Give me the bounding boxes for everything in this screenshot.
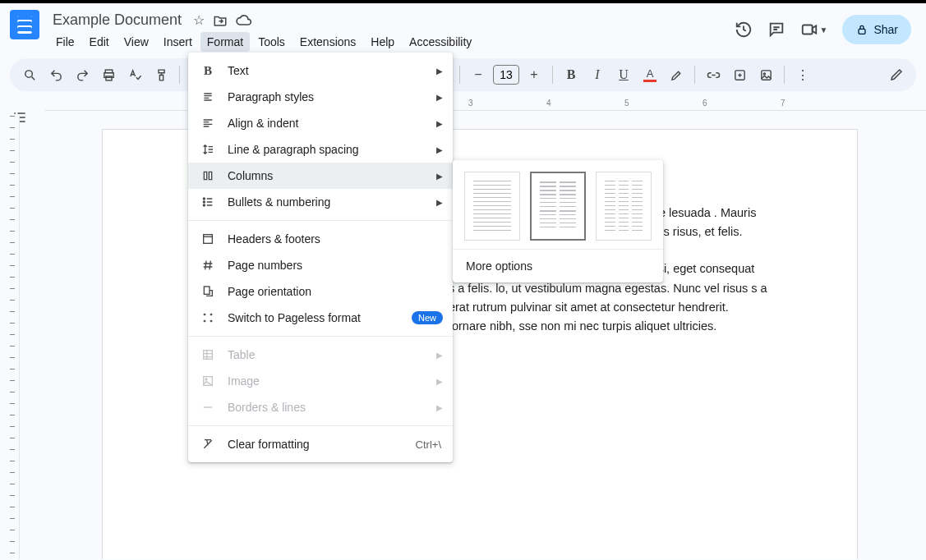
search-menus-icon[interactable] [18, 63, 41, 86]
format-text[interactable]: BText▶ [188, 57, 453, 84]
svg-point-10 [203, 201, 205, 203]
svg-rect-1 [859, 29, 865, 34]
svg-point-16 [205, 379, 207, 380]
hash-icon [200, 257, 216, 273]
spellcheck-icon[interactable] [123, 63, 146, 86]
font-size-input[interactable]: 13 [494, 67, 518, 83]
menu-file[interactable]: File [49, 32, 81, 52]
format-align-indent[interactable]: Align & indent▶ [188, 110, 453, 136]
paragraph-icon [200, 89, 216, 105]
svg-point-11 [203, 204, 205, 206]
format-headers-footers[interactable]: Headers & footers [188, 226, 453, 252]
format-switch-to-pageless-format[interactable]: Switch to Pageless formatNew [188, 305, 453, 331]
borders-icon [200, 399, 216, 415]
bold-icon: B [200, 62, 216, 79]
chevron-right-icon: ▶ [436, 172, 443, 181]
add-comment-button[interactable] [728, 63, 751, 86]
format-line-paragraph-spacing[interactable]: Line & paragraph spacing▶ [188, 136, 453, 163]
chevron-right-icon: ▶ [436, 119, 443, 128]
chevron-right-icon: ▶ [436, 67, 443, 76]
editing-mode-button[interactable] [885, 63, 908, 86]
more-toolbar-icon[interactable]: ⋮ [791, 63, 814, 86]
undo-icon[interactable] [44, 63, 67, 86]
columns-option-3[interactable] [596, 172, 652, 241]
chevron-right-icon: ▶ [436, 145, 443, 154]
insert-link-button[interactable] [702, 63, 725, 86]
horizontal-ruler: 34567 [44, 98, 926, 111]
insert-image-button[interactable] [754, 63, 777, 86]
format-bullets-numbering[interactable]: Bullets & numbering▶ [188, 189, 453, 215]
linespacing-icon [200, 141, 216, 158]
chevron-right-icon: ▶ [436, 93, 443, 102]
share-label: Shar [873, 23, 898, 36]
new-badge: New [412, 311, 443, 324]
chevron-right-icon: ▶ [436, 351, 443, 360]
vertical-ruler [8, 116, 20, 559]
menu-insert[interactable]: Insert [157, 32, 199, 52]
menu-accessibility[interactable]: Accessibility [403, 32, 478, 52]
bold-button[interactable]: B [560, 63, 583, 86]
format-borders-lines: Borders & lines▶ [188, 394, 453, 420]
highlight-button[interactable] [665, 63, 688, 86]
svg-point-9 [203, 198, 205, 200]
columns-option-2[interactable] [530, 172, 586, 241]
print-icon[interactable] [97, 63, 120, 86]
chevron-right-icon: ▶ [436, 403, 443, 412]
format-clear-formatting[interactable]: Clear formattingCtrl+\ [188, 431, 453, 457]
toolbar: 1 − 13 + B I U A ⋮ [10, 58, 916, 91]
menu-tools[interactable]: Tools [251, 32, 292, 52]
text-color-button[interactable]: A [638, 63, 661, 86]
menu-format[interactable]: Format [200, 32, 250, 52]
bullets-icon [200, 194, 216, 210]
shortcut-label: Ctrl+\ [416, 438, 441, 451]
svg-point-2 [25, 70, 31, 77]
format-image: Image▶ [188, 368, 453, 394]
docs-logo[interactable] [10, 10, 39, 39]
svg-point-8 [763, 73, 765, 75]
redo-icon[interactable] [71, 63, 94, 86]
clear-icon [200, 436, 216, 452]
svg-rect-13 [204, 287, 210, 294]
columns-submenu: More options [453, 160, 663, 282]
history-icon[interactable] [735, 21, 753, 39]
paint-format-icon[interactable] [150, 63, 173, 86]
image-icon [200, 373, 216, 389]
font-size-decrease[interactable]: − [467, 63, 490, 86]
table-icon [200, 347, 216, 363]
format-menu-dropdown: BText▶Paragraph styles▶Align & indent▶Li… [188, 53, 453, 462]
columns-icon [200, 168, 216, 184]
lock-icon [855, 23, 868, 36]
menu-help[interactable]: Help [364, 32, 401, 52]
chevron-right-icon: ▶ [436, 377, 443, 386]
orientation-icon [200, 283, 216, 300]
comments-icon[interactable] [767, 21, 785, 39]
format-paragraph-styles[interactable]: Paragraph styles▶ [188, 84, 453, 110]
meet-icon[interactable]: ▼ [800, 21, 828, 39]
underline-button[interactable]: U [612, 63, 635, 86]
svg-rect-14 [204, 351, 213, 360]
font-size-increase[interactable]: + [523, 63, 546, 86]
cloud-status-icon[interactable] [236, 12, 252, 29]
svg-rect-12 [204, 235, 213, 244]
format-columns[interactable]: Columns▶ [188, 163, 453, 189]
italic-button[interactable]: I [586, 63, 609, 86]
pageless-icon [200, 310, 216, 326]
headers-icon [200, 231, 216, 247]
format-table: Table▶ [188, 342, 453, 368]
align-icon [200, 115, 216, 131]
svg-rect-0 [802, 25, 812, 34]
format-page-numbers[interactable]: Page numbers [188, 252, 453, 278]
menu-extensions[interactable]: Extensions [293, 32, 362, 52]
menu-edit[interactable]: Edit [83, 32, 116, 52]
menu-view[interactable]: View [117, 32, 155, 52]
share-button[interactable]: Shar [842, 15, 911, 44]
chevron-right-icon: ▶ [436, 198, 443, 207]
move-icon[interactable] [213, 13, 228, 28]
star-icon[interactable]: ☆ [193, 12, 205, 28]
columns-more-options[interactable]: More options [453, 250, 663, 282]
svg-rect-7 [761, 70, 770, 79]
columns-option-1[interactable] [464, 172, 520, 241]
document-title[interactable]: Example Document [49, 10, 185, 30]
format-page-orientation[interactable]: Page orientation [188, 278, 453, 305]
